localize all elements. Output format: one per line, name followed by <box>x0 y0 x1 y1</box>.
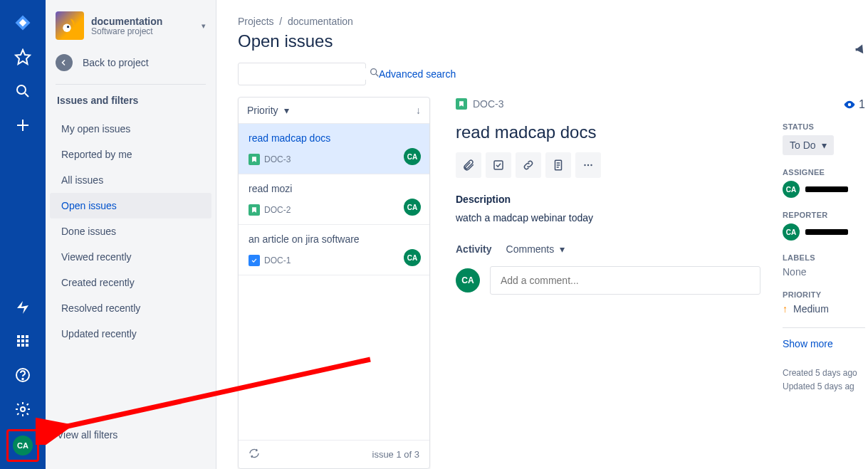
sidebar-item-open-issues[interactable]: Open issues <box>50 193 211 218</box>
issue-key: DOC-3 <box>264 154 291 164</box>
divider <box>56 84 206 85</box>
issue-list-header[interactable]: Priority ▾ ↓ <box>239 98 429 124</box>
sidebar-item-updated-recently[interactable]: Updated recently <box>50 321 211 347</box>
project-sidebar: documentation Software project ▾ Back to… <box>46 0 216 469</box>
chevron-down-icon: ▾ <box>822 139 827 151</box>
assignee-avatar: CA <box>404 148 421 165</box>
issue-card-doc-1[interactable]: an article on jira software DOC-1 CA <box>239 225 429 275</box>
issue-list: Priority ▾ ↓ read madcap docs DOC-3 CA r… <box>238 97 430 469</box>
link-button[interactable] <box>516 152 541 178</box>
issue-card-title: read madcap docs <box>249 132 419 144</box>
project-name: documentation <box>91 16 162 27</box>
reporter-name-redacted <box>805 229 848 235</box>
watchers-count: 1 <box>859 98 865 111</box>
advanced-search-link[interactable]: Advanced search <box>379 68 456 80</box>
section-title: Issues and filters <box>46 95 216 116</box>
story-type-icon <box>249 204 260 216</box>
status-dropdown[interactable]: To Do▾ <box>783 135 834 155</box>
comments-tab[interactable]: Comments ▾ <box>506 243 565 255</box>
star-icon[interactable] <box>9 43 37 71</box>
page-title: Open issues <box>216 27 868 63</box>
sidebar-item-viewed-recently[interactable]: Viewed recently <box>50 244 211 270</box>
assignee-avatar: CA <box>404 249 421 266</box>
svg-point-27 <box>587 164 589 166</box>
issue-key: DOC-3 <box>473 98 504 110</box>
assignee-avatar-icon: CA <box>783 181 800 198</box>
notification-icon[interactable] <box>9 293 37 321</box>
svg-rect-8 <box>17 339 20 342</box>
add-icon[interactable] <box>9 111 37 139</box>
activity-label: Activity <box>456 243 492 255</box>
issue-card-doc-2[interactable]: read mozi DOC-2 CA <box>239 174 429 225</box>
comment-input[interactable] <box>490 266 760 295</box>
labels-label: LABELS <box>783 253 865 262</box>
updated-meta: Updated 5 days ag <box>783 380 865 394</box>
sidebar-item-all-issues[interactable]: All issues <box>50 167 211 193</box>
svg-marker-0 <box>16 50 30 64</box>
issue-count: issue 1 of 3 <box>372 449 420 460</box>
issue-list-footer: issue 1 of 3 <box>239 440 429 468</box>
sidebar-item-reported-by-me[interactable]: Reported by me <box>50 142 211 167</box>
attach-button[interactable] <box>456 152 481 178</box>
breadcrumb-project[interactable]: documentation <box>288 16 353 27</box>
more-button[interactable] <box>575 152 601 178</box>
priority-label: PRIORITY <box>783 290 865 299</box>
svg-rect-11 <box>17 344 20 347</box>
issue-card-title: read mozi <box>249 183 419 194</box>
description-text[interactable]: watch a madcap webinar today <box>456 212 768 223</box>
watchers[interactable]: 1 <box>783 98 865 111</box>
sidebar-item-my-open-issues[interactable]: My open issues <box>50 116 211 142</box>
reporter-avatar-icon: CA <box>783 223 800 241</box>
issue-key: DOC-2 <box>264 205 291 215</box>
current-user-avatar: CA <box>456 268 480 293</box>
chevron-down-icon[interactable]: ▾ <box>202 21 206 31</box>
chevron-down-icon: ▾ <box>284 105 289 116</box>
svg-point-1 <box>17 85 26 94</box>
svg-rect-21 <box>494 161 503 169</box>
issue-card-doc-3[interactable]: read madcap docs DOC-3 CA <box>239 124 429 174</box>
assignee-field[interactable]: CA <box>783 181 865 198</box>
profile-avatar-highlight: CA <box>6 429 39 462</box>
reporter-label: REPORTER <box>783 211 865 219</box>
sort-field: Priority <box>247 105 278 116</box>
settings-icon[interactable] <box>9 395 37 423</box>
sidebar-item-done-issues[interactable]: Done issues <box>50 218 211 244</box>
description-label: Description <box>456 194 768 205</box>
svg-point-19 <box>371 69 377 75</box>
sort-direction-icon[interactable]: ↓ <box>416 105 421 116</box>
show-more-link[interactable]: Show more <box>783 338 865 349</box>
apps-icon[interactable] <box>9 327 37 355</box>
issue-key: DOC-1 <box>264 255 291 265</box>
svg-rect-10 <box>26 339 28 342</box>
view-all-filters[interactable]: View all filters <box>46 429 216 469</box>
breadcrumb-projects[interactable]: Projects <box>238 16 274 27</box>
priority-field[interactable]: ↑Medium <box>783 303 865 315</box>
profile-avatar[interactable]: CA <box>13 436 33 455</box>
search-input[interactable] <box>244 68 369 80</box>
sidebar-item-resolved-recently[interactable]: Resolved recently <box>50 295 211 321</box>
story-type-icon <box>249 154 260 165</box>
labels-value[interactable]: None <box>783 266 865 278</box>
megaphone-icon[interactable] <box>853 41 868 60</box>
project-avatar-icon <box>56 11 84 40</box>
project-header[interactable]: documentation Software project ▾ <box>46 0 216 46</box>
project-type: Software project <box>91 26 162 36</box>
issue-key-row[interactable]: DOC-3 <box>456 98 768 110</box>
jira-logo-icon[interactable] <box>9 9 37 37</box>
refresh-icon[interactable] <box>249 448 260 461</box>
issue-title[interactable]: read madcap docs <box>456 110 768 152</box>
help-icon[interactable] <box>9 361 37 389</box>
svg-point-29 <box>848 103 852 107</box>
issue-side-panel: 1 STATUS To Do▾ ASSIGNEE CA REPORTER CA … <box>783 98 868 469</box>
reporter-field[interactable]: CA <box>783 223 865 241</box>
search-icon[interactable] <box>9 77 37 105</box>
back-to-project[interactable]: Back to project <box>46 46 216 84</box>
sidebar-item-created-recently[interactable]: Created recently <box>50 270 211 295</box>
svg-rect-12 <box>21 344 24 347</box>
svg-rect-7 <box>26 335 28 338</box>
subtask-button[interactable] <box>486 152 511 178</box>
main-content: Projects / documentation Open issues Adv… <box>216 0 868 469</box>
issue-card-title: an article on jira software <box>249 233 419 245</box>
svg-rect-6 <box>21 335 24 338</box>
page-button[interactable] <box>545 152 571 178</box>
